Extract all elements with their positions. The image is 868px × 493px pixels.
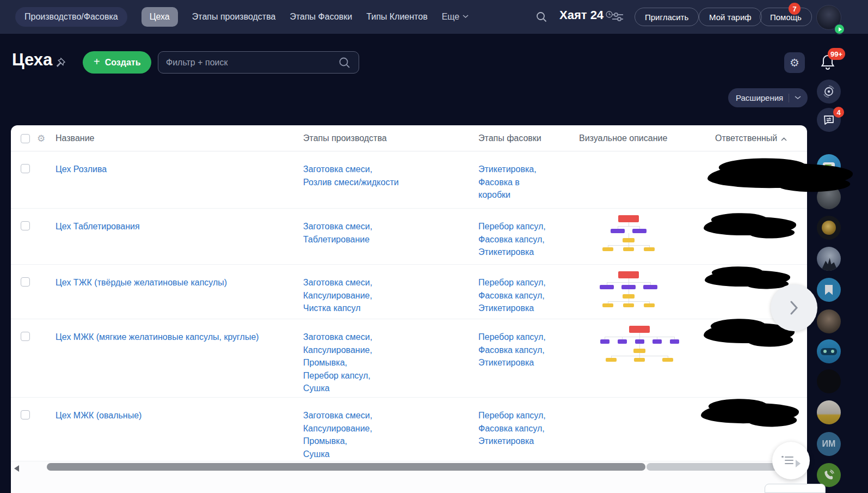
rail-avatar-wolf-avatar[interactable] (817, 247, 841, 271)
row-checkbox[interactable] (21, 277, 30, 287)
diagram-yellow-node (644, 303, 655, 307)
packing-stage-link[interactable]: Фасовка в (478, 176, 579, 189)
column-header-visual-description[interactable]: Визуальное описание (579, 133, 715, 143)
production-stage-link[interactable]: Заготовка смеси, (303, 220, 478, 233)
filter-search-input[interactable] (166, 58, 338, 68)
copilot-button[interactable] (817, 80, 841, 104)
responsible-redacted (701, 403, 799, 424)
help-button[interactable]: Помощь (760, 8, 812, 26)
row-checkbox-cell (21, 265, 37, 319)
rail-avatar-bot[interactable] (817, 339, 841, 363)
packing-stage-link[interactable]: Перебор капсул, (478, 331, 579, 344)
select-all-checkbox[interactable] (21, 134, 30, 143)
production-stage-link[interactable]: Капсулирование, (303, 289, 478, 302)
packing-stage-link[interactable]: Перебор капсул, (478, 409, 579, 422)
my-tariff-button[interactable]: Мой тариф (699, 8, 762, 26)
column-header-responsible[interactable]: Ответственный (715, 133, 807, 143)
rail-avatar-logo-hayat[interactable] (817, 216, 841, 240)
create-button[interactable]: + Создать (83, 51, 151, 74)
production-stage-link[interactable]: Перебор капсул, (303, 369, 478, 382)
sliders-settings-icon[interactable] (612, 12, 624, 24)
column-settings-gear-icon[interactable]: ⚙ (37, 133, 56, 144)
production-stage-link[interactable]: Заготовка смеси, (303, 409, 478, 422)
column-header-production-stages[interactable]: Этапы производства (303, 133, 478, 143)
packing-stage-link[interactable]: Этикетировка (478, 435, 579, 448)
portal-name[interactable]: Хаят 24 (559, 8, 613, 22)
diagram-yellow-node (633, 349, 645, 353)
workshop-link[interactable]: Цех Таблетирования (56, 220, 303, 233)
quick-list-fab-button[interactable] (772, 442, 810, 479)
visual-description-cell (579, 265, 715, 319)
column-header-packing-stages[interactable]: Этапы фасовки (478, 133, 579, 143)
production-stage-link[interactable]: Таблетирование (303, 233, 478, 246)
production-stage-link[interactable]: Заготовка смеси, (303, 331, 478, 344)
nav-group-chip[interactable]: Производство/Фасовка (15, 7, 127, 27)
topbar-menu-item[interactable]: Этапы производства (192, 12, 276, 22)
filter-search-box[interactable] (158, 51, 359, 74)
production-stage-link[interactable]: Промывка, (303, 435, 478, 448)
rail-avatar-photo-person[interactable] (817, 309, 841, 333)
row-checkbox[interactable] (21, 332, 30, 341)
topbar-more-menu[interactable]: Еще (442, 12, 469, 22)
workshop-link[interactable]: Цех ТЖК (твёрдые желатиновые капсулы) (56, 276, 303, 289)
production-stage-link[interactable]: Розлив смеси/жидкости (303, 176, 478, 189)
row-checkbox[interactable] (21, 164, 30, 173)
workshop-link[interactable]: Цех Розлива (56, 163, 303, 176)
production-stage-link[interactable]: Сушка (303, 382, 478, 395)
packing-stages-cell: Перебор капсул,Фасовка капсул,Этикетиров… (478, 209, 579, 264)
diagram-purple-node (600, 339, 610, 344)
grid-settings-button[interactable]: ⚙ (784, 52, 805, 73)
rail-avatar-photo-group[interactable] (817, 400, 841, 424)
production-stage-link[interactable]: Капсулирование, (303, 344, 478, 357)
row-checkbox[interactable] (21, 221, 30, 230)
topbar-menu-item[interactable]: Этапы Фасовки (290, 12, 352, 22)
production-stage-link[interactable]: Заготовка смеси, (303, 163, 478, 176)
production-stages-cell: Заготовка смеси,Таблетирование (303, 209, 478, 264)
visual-description-cell (579, 151, 715, 208)
search-icon[interactable] (338, 56, 351, 69)
workshop-link[interactable]: Цех МЖК (овальные) (56, 409, 303, 422)
horizontal-scrollbar[interactable] (11, 461, 807, 493)
packing-stage-link[interactable]: Этикетировка, (478, 163, 579, 176)
packing-stage-link[interactable]: Этикетировка (478, 246, 579, 259)
chevron-down-icon (463, 14, 468, 20)
packing-stage-link[interactable]: Фасовка капсул, (478, 344, 579, 357)
packing-stage-link[interactable]: коробки (478, 188, 579, 202)
visual-description-thumbnail[interactable] (593, 325, 686, 366)
user-avatar[interactable] (816, 5, 841, 30)
production-stage-link[interactable]: Промывка, (303, 356, 478, 369)
packing-stage-link[interactable]: Фасовка капсул, (478, 422, 579, 435)
packing-stage-link[interactable]: Этикетировка (478, 302, 579, 315)
wolf-silhouette (820, 257, 839, 271)
row-checkbox-cell (21, 151, 37, 208)
production-stage-link[interactable]: Заготовка смеси, (303, 276, 478, 289)
rail-avatar-initials[interactable]: ИМ (817, 432, 841, 456)
invite-button[interactable]: Пригласить (635, 8, 699, 26)
rail-avatar-dark-avatar[interactable] (817, 369, 841, 393)
packing-stage-link[interactable]: Перебор капсул, (478, 276, 579, 289)
topbar-menu-item[interactable]: Типы Клиентов (366, 12, 428, 22)
help-badge: 7 (789, 3, 801, 15)
diagram-yellow-node (602, 303, 613, 307)
global-search-icon[interactable] (535, 11, 547, 25)
scroll-right-button[interactable] (771, 284, 817, 331)
packing-stage-link[interactable]: Перебор капсул, (478, 220, 579, 233)
packing-stage-link[interactable]: Фасовка капсул, (478, 233, 579, 246)
visual-description-thumbnail[interactable] (593, 214, 664, 255)
packing-stage-link[interactable]: Фасовка капсул, (478, 289, 579, 302)
scroll-left-arrow[interactable] (14, 465, 19, 472)
column-header-name[interactable]: Название (56, 133, 303, 143)
tab-ceha-active[interactable]: Цеха (141, 7, 178, 27)
visual-description-thumbnail[interactable] (593, 270, 664, 312)
production-stage-link[interactable]: Чистка капсул (303, 302, 478, 315)
production-stage-link[interactable]: Капсулирование, (303, 422, 478, 435)
scrollbar-thumb[interactable] (47, 463, 645, 471)
pin-icon[interactable] (55, 57, 66, 70)
rail-avatar-bookmark[interactable] (817, 278, 841, 302)
packing-stage-link[interactable]: Этикетировка (478, 356, 579, 369)
workshop-link[interactable]: Цех МЖК (мягкие желатиновые капсулы, кру… (56, 331, 303, 344)
visual-description-cell (579, 319, 715, 397)
extensions-button[interactable]: Расширения (728, 88, 808, 107)
row-checkbox[interactable] (21, 410, 30, 419)
production-stage-link[interactable]: Сушка (303, 448, 478, 461)
